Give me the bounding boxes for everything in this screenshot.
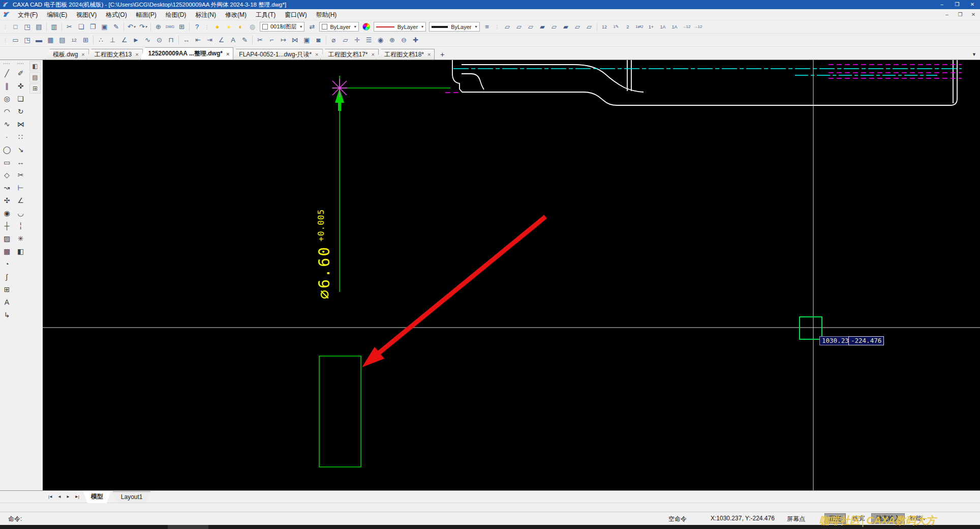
serial-number-icon[interactable]: 12 [68, 35, 80, 46]
trim-entity-icon[interactable]: ✂ [14, 168, 27, 181]
layer-dropdown[interactable]: 001制图层 ▾ [260, 22, 304, 32]
cut-icon[interactable]: ✂ [64, 21, 75, 33]
zoom-out-icon[interactable]: ⊖ [398, 35, 410, 46]
measure-distance-icon[interactable]: ⌀ [328, 35, 340, 46]
layer-brightness-icon[interactable]: ● [223, 21, 235, 33]
serial-jump-icon[interactable]: →12 [681, 21, 692, 33]
doc-tab-doc18[interactable]: 工程图文档18* × [376, 49, 435, 60]
erase-icon[interactable]: ✐ [14, 67, 27, 79]
prev-sheet-icon[interactable]: ◄ [57, 494, 61, 499]
zoom-in-icon[interactable]: ⊕ [386, 35, 398, 46]
tab-list-dropdown-icon[interactable]: ▼ [972, 52, 976, 57]
copy-icon[interactable]: ❏ [75, 21, 87, 33]
angle-line-icon[interactable]: ∠ [118, 35, 130, 46]
parallel-line-icon[interactable]: ∥ [1, 79, 13, 92]
point-icon[interactable]: ∙ [1, 130, 13, 143]
chamfer-icon[interactable]: ∠ [14, 194, 27, 207]
corner-icon[interactable]: ⌐ [266, 35, 278, 46]
tab-close-icon[interactable]: × [315, 51, 318, 57]
palette-grip[interactable]: •••• [17, 62, 24, 67]
menu-format[interactable]: 格式(O) [101, 9, 131, 20]
leader-icon[interactable]: ↳ [1, 308, 13, 321]
doc-tab-doc17[interactable]: 工程图文档17* × [320, 49, 379, 60]
menu-annotate[interactable]: 标注(N) [191, 9, 221, 20]
break-icon[interactable]: ╎ [14, 219, 27, 232]
menu-edit[interactable]: 编辑(E) [42, 9, 72, 20]
sheet-settings-icon[interactable]: ▭ [10, 35, 21, 46]
mirror-icon[interactable]: ⋈ [289, 35, 301, 46]
next-sheet-icon[interactable]: ► [66, 494, 70, 499]
group-icon[interactable]: ◙ [313, 35, 324, 46]
move-icon[interactable]: ✜ [14, 79, 27, 92]
app-icon[interactable] [3, 11, 10, 18]
ellipse-icon[interactable]: ◯ [1, 143, 13, 156]
dim-baseline-icon[interactable]: ⇤ [192, 35, 204, 46]
lineweight-settings-icon[interactable]: ≡ [481, 21, 493, 33]
array-icon[interactable]: ∷ [14, 130, 27, 143]
tab-close-icon[interactable]: × [135, 51, 138, 57]
command-prompt[interactable]: 命令: [8, 515, 22, 523]
color-dropdown[interactable]: ByLayer ▾ [319, 22, 358, 32]
print-tool-icon[interactable]: ⊞ [176, 21, 188, 33]
new-document-icon[interactable]: □ [10, 21, 21, 33]
block-icon[interactable]: ▣ [301, 35, 313, 46]
coordinate-icon[interactable]: ✛ [351, 35, 363, 46]
doc-tab-doc13[interactable]: 工程图文档13 × [86, 49, 143, 60]
dim-angular-icon[interactable]: ∠ [216, 35, 227, 46]
layer-on-off-icon[interactable]: ▱ [572, 21, 584, 33]
linetype-dropdown[interactable]: ByLayer ▾ [374, 22, 426, 32]
layer-merge-icon[interactable]: ▱ [548, 21, 560, 33]
dim-continuous-icon[interactable]: ⇥ [204, 35, 216, 46]
paste-icon[interactable]: ▣ [99, 21, 110, 33]
options-panel-icon[interactable]: ⊞ [29, 83, 41, 94]
serial-a-icon[interactable]: 1A [657, 21, 669, 33]
layer-isolate-icon[interactable]: ▱ [525, 21, 537, 33]
doc-tab-active-125200009aa[interactable]: 125200009AA ...整理.dwg* × [140, 47, 234, 60]
drawing-canvas[interactable]: ⌀6.60+0.005 1030.237 -224.476 [43, 60, 980, 490]
snap-settings-icon[interactable]: ∴ [95, 35, 107, 46]
layer-walk-icon[interactable]: ▰ [560, 21, 572, 33]
redo-icon[interactable]: ↷▾ [137, 21, 149, 33]
layer-visibility-icon[interactable]: ● [211, 21, 223, 33]
menu-tools[interactable]: 工具(T) [251, 9, 280, 20]
layer-match-icon[interactable]: ▱ [513, 21, 525, 33]
insert-frame-icon[interactable]: ◳ [21, 35, 33, 46]
save-document-icon[interactable]: ▤ [33, 21, 45, 33]
dwg-converter-icon[interactable]: DWG [164, 21, 176, 33]
donut-icon[interactable]: ◉ [1, 207, 13, 219]
close-button[interactable]: ✕ [965, 0, 980, 9]
arc-icon[interactable]: ◠ [1, 105, 13, 117]
scale-icon[interactable]: ↘ [14, 143, 27, 156]
dim-linear-icon[interactable]: ↔ [180, 35, 192, 46]
hatch-icon[interactable]: ▨ [1, 232, 13, 245]
serial-annotate-icon[interactable]: 1A [669, 21, 681, 33]
text-icon[interactable]: A [227, 35, 239, 46]
menu-draw[interactable]: 绘图(D) [161, 9, 191, 20]
explode-icon[interactable]: ✳ [14, 232, 27, 245]
color-wheel-icon[interactable] [362, 23, 370, 31]
extend-entity-icon[interactable]: ⊢ [14, 181, 27, 194]
local-enlarge-icon[interactable]: ◔ [1, 257, 13, 270]
parameter-bar-icon[interactable]: ▤ [56, 35, 68, 46]
serial-add-icon[interactable]: 1+ [646, 21, 657, 33]
circle-icon[interactable]: ◎ [1, 92, 13, 105]
serial-12-icon[interactable]: 12 [599, 21, 610, 33]
ole-insert-icon[interactable]: ⊕ [152, 21, 164, 33]
serial-2-icon[interactable]: 2 [622, 21, 634, 33]
doc-tab-template[interactable]: 模板.dwg × [45, 49, 89, 60]
format-brush-icon[interactable]: ✎ [110, 21, 122, 33]
insert-titleblock-icon[interactable]: ▬ [33, 35, 45, 46]
child-close-button[interactable]: ✕ [967, 12, 980, 17]
trim-icon[interactable]: ✂ [254, 35, 266, 46]
child-minimize-button[interactable]: – [940, 12, 954, 17]
arrow-icon[interactable]: ► [130, 35, 142, 46]
rotate-icon[interactable]: ↻ [14, 105, 27, 117]
display-icon[interactable]: ◉ [375, 35, 386, 46]
layer-switch-icon[interactable]: ⇄ [306, 21, 318, 33]
new-tab-button[interactable]: + [436, 49, 448, 60]
selection-rectangle[interactable] [319, 356, 361, 467]
gradient-fill-icon[interactable]: ▦ [1, 245, 13, 257]
entity-properties-icon[interactable]: ◧ [14, 245, 27, 257]
tab-close-icon[interactable]: × [81, 51, 84, 57]
help-icon[interactable]: ? [191, 21, 203, 33]
